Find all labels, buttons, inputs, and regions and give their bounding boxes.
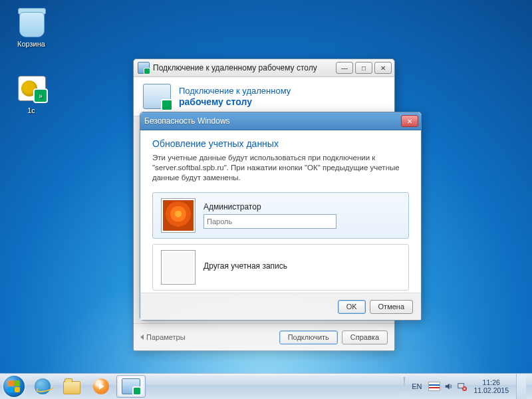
system-tray: EN 11:26 11.02.2015 — [398, 374, 532, 399]
folder-icon — [63, 381, 80, 394]
rdp-icon — [122, 378, 140, 394]
security-body: Обновление учетных данных Эти учетные да… — [140, 130, 421, 291]
clock-time: 11:26 — [473, 378, 509, 386]
clock[interactable]: 11:26 11.02.2015 — [471, 378, 511, 394]
tray-separator — [404, 377, 405, 396]
monitor-icon — [143, 84, 171, 109]
windows-logo-icon — [3, 376, 25, 397]
rdp-titlebar[interactable]: Подключение к удаленному рабочему столу … — [134, 59, 394, 77]
desktop-icon-label: 1с — [7, 106, 56, 114]
clock-date: 11.02.2015 — [473, 386, 509, 394]
show-desktop-button[interactable] — [516, 374, 526, 399]
rdp-footer: Параметры Подключить Справка — [134, 323, 394, 350]
security-dialog: Безопасность Windows ✕ Обновление учетны… — [140, 112, 422, 321]
taskbar-pin-ie[interactable] — [29, 376, 57, 397]
rdp-title: Подключение к удаленному рабочему столу — [153, 63, 336, 72]
network-error-icon[interactable] — [458, 382, 467, 391]
taskbar-pin-mediaplayer[interactable] — [87, 376, 115, 397]
credential-tile-admin[interactable]: Администратор — [152, 192, 409, 239]
desktop: Корзина » 1с Подключение к удаленному ра… — [0, 0, 532, 399]
taskbar-app-rdp[interactable] — [116, 375, 146, 398]
username-label: Администратор — [203, 202, 400, 211]
minimize-button[interactable]: — — [336, 62, 353, 74]
cancel-button[interactable]: Отмена — [370, 300, 413, 314]
connect-button[interactable]: Подключить — [279, 331, 338, 344]
rdp-icon — [138, 62, 150, 74]
tray-flag-icon[interactable] — [428, 382, 440, 391]
maximize-button[interactable]: □ — [355, 62, 372, 74]
security-description: Эти учетные данные будут использоваться … — [152, 153, 409, 183]
media-player-icon — [93, 378, 109, 394]
desktop-icon-recycle-bin[interactable]: Корзина — [7, 7, 56, 48]
security-heading: Обновление учетных данных — [152, 138, 409, 149]
ie-icon — [35, 378, 51, 394]
params-label: Параметры — [146, 333, 186, 341]
security-footer: OK Отмена — [140, 293, 421, 320]
rdp-header-line2: рабочему столу — [179, 96, 291, 108]
credential-tile-other[interactable]: Другая учетная запись — [152, 244, 409, 291]
close-button[interactable]: ✕ — [374, 62, 392, 74]
security-title: Безопасность Windows — [144, 116, 401, 126]
taskbar-pin-explorer[interactable] — [58, 376, 86, 397]
taskbar: EN 11:26 11.02.2015 — [0, 373, 532, 399]
start-button[interactable] — [0, 374, 28, 399]
volume-icon[interactable] — [444, 382, 454, 391]
params-toggle[interactable]: Параметры — [140, 333, 186, 341]
chevron-left-icon — [140, 334, 144, 340]
desktop-icon-label: Корзина — [7, 40, 56, 48]
onec-icon: » — [15, 73, 47, 105]
rdp-header: Подключение к удаленному рабочему столу — [134, 77, 394, 116]
recycle-bin-icon — [15, 7, 47, 39]
language-indicator[interactable]: EN — [409, 381, 424, 392]
password-input[interactable] — [203, 214, 336, 229]
desktop-icon-1c[interactable]: » 1с — [7, 73, 56, 114]
help-button[interactable]: Справка — [342, 331, 388, 344]
rdp-header-line1: Подключение к удаленному — [179, 85, 291, 96]
avatar-icon — [161, 198, 196, 233]
security-titlebar[interactable]: Безопасность Windows ✕ — [140, 112, 421, 130]
avatar-blank-icon — [161, 250, 196, 285]
ok-button[interactable]: OK — [338, 300, 366, 314]
close-button[interactable]: ✕ — [401, 115, 418, 127]
other-account-label: Другая учетная запись — [203, 261, 400, 271]
